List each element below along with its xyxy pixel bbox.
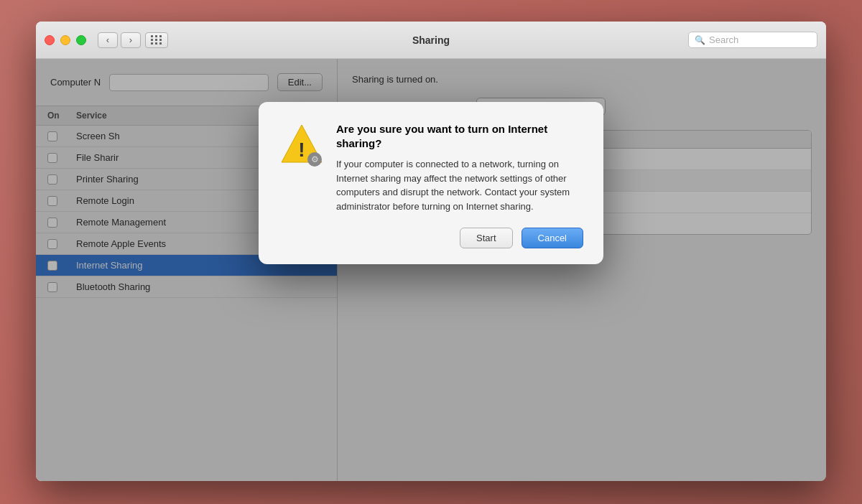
- dialog-overlay: ! ⚙ Are you sure you want to turn on Int…: [36, 59, 826, 481]
- grid-view-button[interactable]: [145, 32, 168, 48]
- dialog-buttons: Start Cancel: [279, 228, 583, 248]
- dialog-body: If your computer is connected to a netwo…: [336, 157, 583, 213]
- forward-button[interactable]: ›: [121, 32, 141, 48]
- window-title: Sharing: [412, 34, 450, 46]
- warning-triangle-icon: ! ⚙: [279, 122, 325, 168]
- back-button[interactable]: ‹: [98, 32, 118, 48]
- dialog-header: ! ⚙ Are you sure you want to turn on Int…: [279, 122, 583, 213]
- dialog-title-block: Are you sure you want to turn on Interne…: [336, 122, 583, 213]
- svg-text:⚙: ⚙: [311, 154, 319, 164]
- title-bar: ‹ › Sharing 🔍 Search: [36, 22, 826, 59]
- svg-text:!: !: [298, 139, 305, 161]
- nav-buttons: ‹ ›: [98, 32, 141, 48]
- cancel-button[interactable]: Cancel: [522, 228, 583, 248]
- search-icon: 🔍: [695, 35, 705, 45]
- start-button[interactable]: Start: [460, 228, 512, 248]
- dialog-title: Are you sure you want to turn on Interne…: [336, 122, 583, 150]
- grid-dots-icon: [151, 35, 162, 45]
- content-area: Computer N Edit... On Service Screen Sh …: [36, 59, 826, 481]
- search-bar[interactable]: 🔍 Search: [688, 32, 817, 48]
- warning-icon: ! ⚙: [279, 122, 325, 168]
- traffic-lights: [45, 35, 86, 45]
- maximize-button[interactable]: [76, 35, 86, 45]
- minimize-button[interactable]: [60, 35, 70, 45]
- alert-dialog: ! ⚙ Are you sure you want to turn on Int…: [259, 102, 603, 264]
- close-button[interactable]: [45, 35, 55, 45]
- search-placeholder-text: Search: [709, 34, 738, 45]
- main-window: ‹ › Sharing 🔍 Search Computer N Edit...: [36, 22, 826, 481]
